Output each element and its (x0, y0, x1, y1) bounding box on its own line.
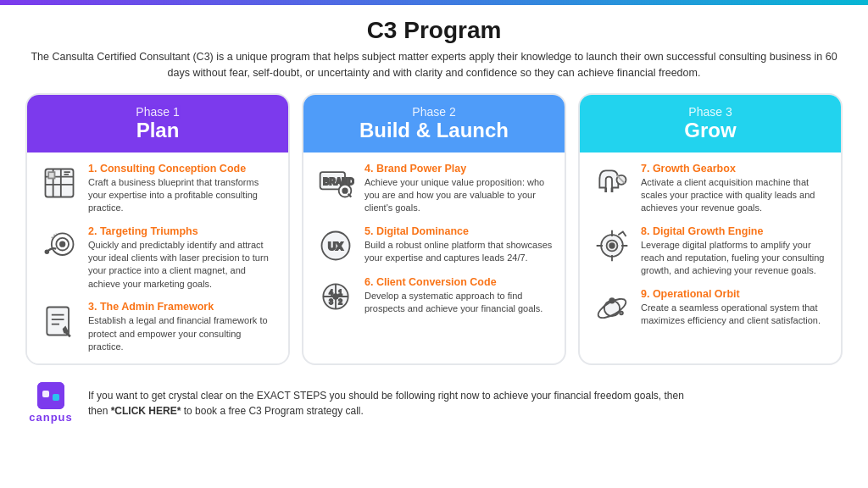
item-content: 5. Digital DominanceBuild a robust onlin… (364, 225, 553, 265)
item-content: 2. Targeting TriumphsQuickly and predict… (88, 225, 276, 291)
svg-point-11 (45, 249, 50, 254)
item-title: 7. Growth Gearbox (641, 163, 829, 175)
svg-point-46 (609, 298, 615, 303)
list-item: 9. Operational OrbitCreate a seamless op… (592, 288, 829, 329)
footer-intro: If you want to get crystal clear on the … (88, 390, 684, 402)
logo-text: canpus (29, 411, 73, 424)
svg-point-47 (620, 312, 623, 315)
admin-icon (39, 301, 80, 341)
phase-header-2: Phase 2Build & Launch (303, 95, 565, 152)
phase-header-3: Phase 3Grow (580, 95, 841, 152)
phase-num-2: Phase 2 (312, 105, 556, 119)
item-content: 6. Client Conversion CodeDevelop a syste… (364, 276, 553, 316)
phase-card-3: Phase 3Grow 7. Growth GearboxActivate a … (578, 93, 843, 366)
item-title: 1. Consulting Conception Code (88, 163, 276, 175)
footer-cta-suffix: to book a free C3 Program strategy call. (181, 405, 363, 417)
svg-text:UX: UX (328, 239, 343, 252)
item-desc: Craft a business blueprint that transfor… (88, 176, 276, 215)
svg-point-21 (342, 188, 348, 193)
svg-text:2: 2 (338, 298, 342, 306)
item-desc: Develop a systematic approach to find pr… (364, 290, 553, 316)
page-title: C3 Program (25, 17, 843, 44)
list-item: 7. Growth GearboxActivate a client acqui… (592, 163, 829, 215)
item-desc: Leverage digital platforms to amplify yo… (641, 239, 829, 278)
svg-rect-49 (42, 391, 49, 397)
orbit-icon (592, 288, 632, 329)
footer-text: If you want to get crystal clear on the … (88, 388, 684, 419)
svg-text:BRAND: BRAND (323, 176, 353, 186)
magnet-icon (592, 163, 632, 203)
brand-icon: BRAND (315, 163, 356, 203)
svg-point-10 (60, 241, 65, 247)
item-content: 7. Growth GearboxActivate a client acqui… (641, 163, 829, 215)
item-content: 9. Operational OrbitCreate a seamless op… (641, 288, 829, 328)
item-content: 3. The Admin FrameworkEstablish a legal … (88, 301, 276, 353)
svg-text:1: 1 (338, 289, 342, 297)
phase-name-3: Grow (588, 119, 832, 142)
svg-text:4: 4 (329, 289, 333, 297)
item-title: 4. Brand Power Play (364, 163, 553, 175)
phase-card-1: Phase 1Plan 1. Consulting Conception Cod… (25, 93, 290, 366)
svg-rect-50 (53, 394, 59, 401)
phase-num-3: Phase 3 (588, 105, 832, 119)
digital-icon (592, 225, 632, 266)
phase-name-1: Plan (36, 119, 280, 142)
ux-icon: UX (315, 225, 356, 266)
item-desc: Achieve your unique value proposition: w… (364, 176, 553, 215)
conversion-icon: 4 1 3 2 (315, 276, 356, 317)
svg-text:3: 3 (329, 298, 333, 306)
item-content: 8. Digital Growth EngineLeverage digital… (641, 225, 829, 278)
svg-rect-5 (48, 172, 54, 178)
phase-body-3: 7. Growth GearboxActivate a client acqui… (580, 152, 841, 339)
phase-name-2: Build & Launch (312, 119, 556, 142)
footer-cta[interactable]: *CLICK HERE* (111, 405, 181, 417)
subtitle: The Cansulta Certified Consultant (C3) i… (25, 49, 843, 81)
item-title: 3. The Admin Framework (88, 301, 276, 313)
blueprint-icon (39, 163, 80, 203)
svg-point-32 (333, 294, 338, 299)
svg-rect-48 (37, 382, 64, 409)
item-title: 8. Digital Growth Engine (641, 225, 829, 237)
list-item: UX 5. Digital DominanceBuild a robust on… (315, 225, 553, 266)
list-item: 4 1 3 2 6. Client Conversion CodeDevelop… (315, 276, 553, 317)
phases-grid: Phase 1Plan 1. Consulting Conception Cod… (25, 93, 843, 366)
phase-body-1: 1. Consulting Conception CodeCraft a bus… (27, 152, 288, 364)
svg-point-39 (609, 243, 615, 248)
item-title: 2. Targeting Triumphs (88, 225, 276, 237)
logo-icon (37, 382, 64, 409)
list-item: 1. Consulting Conception CodeCraft a bus… (39, 163, 276, 215)
item-desc: Activate a client acquisition machine th… (641, 176, 829, 215)
main-container: C3 Program The Cansulta Certified Consul… (0, 5, 868, 439)
list-item: 2. Targeting TriumphsQuickly and predict… (39, 225, 276, 291)
item-desc: Quickly and predictably identify and att… (88, 239, 276, 291)
item-desc: Build a robust online platform that show… (364, 239, 553, 265)
target-icon (39, 225, 80, 266)
phase-num-1: Phase 1 (36, 105, 280, 119)
list-item: 8. Digital Growth EngineLeverage digital… (592, 225, 829, 278)
item-content: 1. Consulting Conception CodeCraft a bus… (88, 163, 276, 215)
item-title: 9. Operational Orbit (641, 288, 829, 300)
list-item: 3. The Admin FrameworkEstablish a legal … (39, 301, 276, 353)
item-desc: Create a seamless operational system tha… (641, 302, 829, 328)
logo: canpus (25, 382, 76, 424)
phase-body-2: BRAND 4. Brand Power PlayAchieve your un… (303, 152, 565, 327)
item-title: 6. Client Conversion Code (364, 276, 553, 288)
list-item: BRAND 4. Brand Power PlayAchieve your un… (315, 163, 553, 215)
item-desc: Establish a legal and financial framewor… (88, 314, 276, 353)
item-title: 5. Digital Dominance (364, 225, 553, 237)
phase-header-1: Phase 1Plan (27, 95, 288, 152)
footer: canpus If you want to get crystal clear … (25, 375, 843, 430)
item-content: 4. Brand Power PlayAchieve your unique v… (364, 163, 553, 215)
phase-card-2: Phase 2Build & Launch BRAND 4. Brand Pow… (302, 93, 566, 366)
